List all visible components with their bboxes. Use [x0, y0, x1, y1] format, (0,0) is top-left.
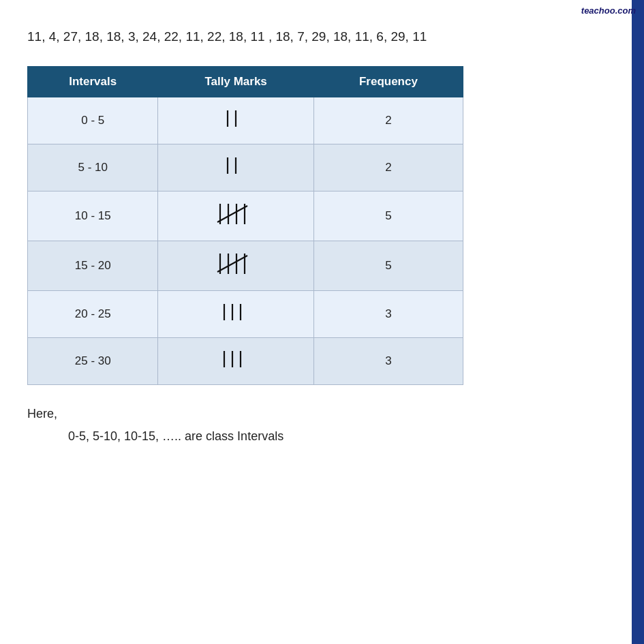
tally-marks-svg	[219, 300, 253, 324]
table-row: 0 - 5 2	[28, 97, 463, 144]
frequency-table: Intervals Tally Marks Frequency 0 - 5 2	[27, 66, 610, 385]
marks-tally-table: Intervals Tally Marks Frequency 0 - 5 2	[27, 66, 463, 385]
tally-marks-svg	[222, 153, 249, 178]
frequency-cell: 3	[313, 290, 463, 337]
watermark: teachoo.com	[581, 5, 636, 16]
tally-cell	[158, 97, 313, 144]
interval-cell: 20 - 25	[28, 290, 158, 337]
frequency-cell: 3	[313, 337, 463, 384]
table-row: 15 - 20 5	[28, 241, 463, 290]
tally-cell	[158, 144, 313, 191]
tally-marks-svg	[222, 106, 249, 131]
interval-cell: 0 - 5	[28, 97, 158, 144]
here-label: Here,	[27, 407, 610, 421]
tally-marks-svg	[219, 347, 253, 371]
table-row: 25 - 30 3	[28, 337, 463, 384]
class-intervals-text: 0-5, 5-10, 10-15, ….. are class Interval…	[68, 429, 610, 444]
tally-marks-svg	[215, 200, 257, 228]
frequency-cell: 5	[313, 191, 463, 241]
tally-cell	[158, 337, 313, 384]
interval-cell: 5 - 10	[28, 144, 158, 191]
col-header-tally: Tally Marks	[158, 66, 313, 97]
table-row: 5 - 10 2	[28, 144, 463, 191]
col-header-frequency: Frequency	[313, 66, 463, 97]
tally-cell	[158, 191, 313, 241]
svg-line-8	[217, 206, 247, 222]
frequency-cell: 2	[313, 97, 463, 144]
frequency-cell: 2	[313, 144, 463, 191]
table-row: 10 - 15 5	[28, 191, 463, 241]
col-header-intervals: Intervals	[28, 66, 158, 97]
frequency-cell: 5	[313, 241, 463, 290]
table-row: 20 - 25 3	[28, 290, 463, 337]
tally-cell	[158, 241, 313, 290]
interval-cell: 15 - 20	[28, 241, 158, 290]
interval-cell: 10 - 15	[28, 191, 158, 241]
right-bar	[632, 0, 644, 644]
svg-line-13	[217, 256, 247, 272]
tally-cell	[158, 290, 313, 337]
interval-cell: 25 - 30	[28, 337, 158, 384]
data-line: 11, 4, 27, 18, 18, 3, 24, 22, 11, 22, 18…	[27, 27, 610, 47]
tally-marks-svg	[215, 250, 257, 277]
here-section: Here, 0-5, 5-10, 10-15, ….. are class In…	[27, 407, 610, 444]
